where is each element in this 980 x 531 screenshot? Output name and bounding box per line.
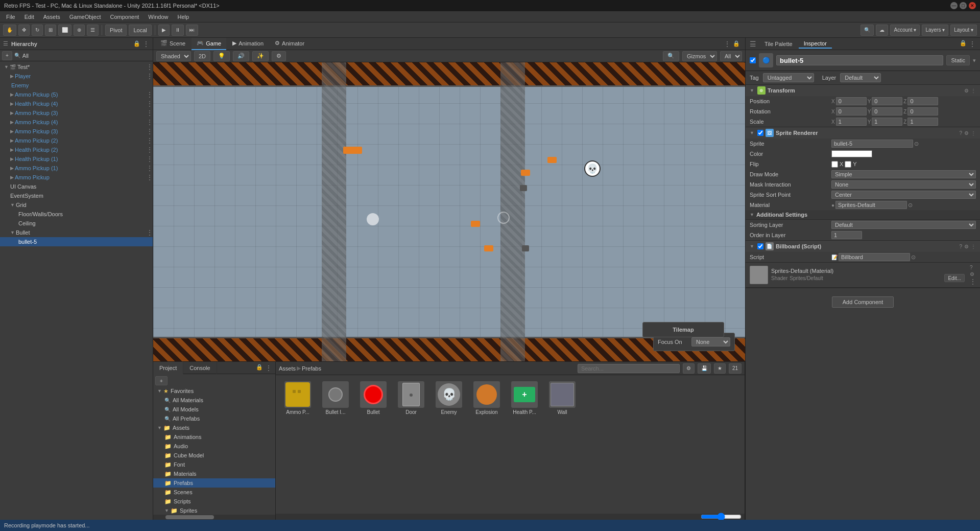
p-item-font[interactable]: 📁Font (153, 460, 275, 469)
hierarchy-content[interactable]: ▼ 🎬 Test* ⋮ ▶ Player ⋮ Enemy ▶Ammo Picku… (0, 61, 153, 520)
audio-button[interactable]: 🔊 (233, 51, 249, 61)
p-item-assets[interactable]: ▼ 📁 Assets (153, 423, 275, 432)
h-more-health2[interactable]: ⋮ (147, 147, 153, 153)
inspector-menu-icon[interactable]: ☰ (750, 40, 756, 48)
scale-z-input[interactable] (907, 118, 938, 126)
asset-health-pickup[interactable]: + Health P... (507, 379, 542, 417)
assets-size-slider[interactable] (701, 513, 742, 520)
hand-tool[interactable]: ✋ (3, 25, 16, 36)
light-button[interactable]: 💡 (213, 51, 230, 61)
sprite-renderer-settings-icon[interactable]: ⚙ (964, 130, 969, 136)
p-item-sprites[interactable]: ▼ 📁 Sprites (153, 506, 275, 515)
gizmos-dropdown[interactable]: Gizmos (682, 51, 717, 61)
h-item-eventsystem[interactable]: EventSystem (0, 191, 153, 200)
scene-settings-icon[interactable]: ⋮ (724, 40, 731, 48)
scale-y-input[interactable] (872, 118, 902, 126)
script-picker-icon[interactable]: ⊙ (911, 254, 916, 261)
2d-button[interactable]: 2D (194, 51, 210, 61)
p-item-all-models[interactable]: 🔍 All Models (153, 405, 275, 414)
menu-assets[interactable]: Assets (39, 13, 64, 21)
menu-component[interactable]: Component (106, 13, 143, 21)
h-more-ammo1[interactable]: ⋮ (147, 165, 153, 171)
h-item-floors[interactable]: Floor/Walls/Doors (0, 210, 153, 219)
account-button[interactable]: Account ▾ (890, 25, 920, 36)
sprite-renderer-header[interactable]: ▼ 🖼 Sprite Renderer ? ⚙ ⋮ (746, 127, 980, 138)
shader-edit-button[interactable]: Edit... (944, 274, 965, 282)
breadcrumb-assets[interactable]: Assets (279, 365, 296, 372)
menu-gameobject[interactable]: GameObject (65, 13, 105, 21)
billboard-header[interactable]: ▼ 📄 Billboard (Script) ? ⚙ ⋮ (746, 241, 980, 252)
tag-select[interactable]: Untagged (763, 73, 814, 82)
p-item-all-materials[interactable]: 🔍 All Materials (153, 396, 275, 405)
p-item-favorites[interactable]: ▼ ★ Favorites (153, 386, 275, 396)
h-more-ammo2[interactable]: ⋮ (147, 137, 153, 144)
billboard-settings-icon[interactable]: ⚙ (964, 244, 969, 249)
breadcrumb-prefabs[interactable]: Prefabs (302, 365, 321, 372)
transform-settings-icon[interactable]: ⚙ (964, 88, 969, 94)
move-tool[interactable]: ✥ (18, 25, 30, 36)
pos-x-input[interactable] (836, 97, 867, 105)
h-item-bullet5[interactable]: bullet-5 (0, 237, 153, 246)
h-more-ammo3b[interactable]: ⋮ (147, 110, 153, 116)
sprite-renderer-dots-icon[interactable]: ⋮ (971, 130, 976, 136)
assets-search-input[interactable] (578, 364, 680, 373)
menu-window[interactable]: Window (144, 13, 172, 21)
p-item-animations[interactable]: 📁Animations (153, 432, 275, 442)
material-input[interactable] (835, 201, 907, 209)
mask-interaction-select[interactable]: None (831, 180, 976, 189)
h-item-ammo4[interactable]: ▶Ammo Pickup (4)⋮ (0, 118, 153, 127)
play-button[interactable]: ▶ (158, 25, 170, 36)
h-more-health1b[interactable]: ⋮ (147, 156, 153, 162)
layout-button[interactable]: Layout ▾ (950, 25, 977, 36)
h-item-player[interactable]: ▶ Player ⋮ (0, 72, 153, 81)
tab-console[interactable]: Console (183, 362, 217, 374)
project-scrollbar[interactable] (153, 515, 275, 520)
close-button[interactable]: ✕ (969, 2, 976, 9)
scene-lock-icon[interactable]: 🔒 (733, 40, 740, 47)
static-button[interactable]: Static (946, 55, 970, 65)
rect-tool[interactable]: ⬜ (58, 25, 71, 36)
hierarchy-lock-icon[interactable]: 🔒 (133, 40, 140, 48)
h-more-ammo3[interactable]: ⋮ (147, 128, 153, 134)
scene-search-button[interactable]: 🔍 (663, 51, 679, 61)
menu-help[interactable]: Help (173, 13, 193, 21)
order-in-layer-input[interactable] (831, 231, 862, 239)
assets-star-button[interactable]: ★ (714, 363, 726, 374)
h-item-ammo2[interactable]: ▶Ammo Pickup (2)⋮ (0, 136, 153, 145)
h-item-ammo[interactable]: ▶Ammo Pickup⋮ (0, 173, 153, 182)
asset-ammo-pickup[interactable]: Ammo P... (280, 379, 316, 417)
material-help-icon[interactable]: ? (970, 265, 976, 270)
sprite-input[interactable] (831, 140, 913, 148)
search-button[interactable]: 🔍 (861, 25, 874, 36)
h-more-health4[interactable]: ⋮ (147, 101, 153, 107)
h-item-ammo1[interactable]: ▶Ammo Pickup (1)⋮ (0, 164, 153, 173)
p-item-all-prefabs[interactable]: 🔍 All Prefabs (153, 414, 275, 423)
pivot-button[interactable]: Pivot (105, 25, 127, 36)
p-item-scenes[interactable]: 📁Scenes (153, 488, 275, 497)
h-item-enemy[interactable]: Enemy (0, 81, 153, 90)
add-component-button[interactable]: Add Component (832, 296, 894, 308)
tilemap-focus-select[interactable]: None (691, 337, 730, 347)
assets-info-button[interactable]: 21 (729, 363, 742, 374)
asset-enemy[interactable]: 💀 Enemy (431, 379, 467, 417)
cloud-button[interactable]: ☁ (876, 25, 888, 36)
tab-inspector[interactable]: Inspector (799, 39, 832, 49)
object-name-input[interactable] (776, 55, 943, 65)
pos-z-input[interactable] (907, 97, 938, 105)
transform-tool[interactable]: ⊕ (74, 25, 85, 36)
transform-header[interactable]: ▼ ⊕ Transform ⚙ ⋮ (746, 85, 980, 96)
h-item-ammo5[interactable]: ▶Ammo Pickup (5)⋮ (0, 90, 153, 99)
pause-button[interactable]: ⏸ (172, 25, 184, 36)
scale-tool[interactable]: ⊞ (45, 25, 56, 36)
asset-door[interactable]: Door (393, 379, 429, 417)
tab-project[interactable]: Project (153, 362, 183, 374)
billboard-help-icon[interactable]: ? (959, 244, 962, 249)
p-item-scripts[interactable]: 📁Scripts (153, 497, 275, 506)
p-item-audio[interactable]: 📁Audio (153, 442, 275, 451)
minimize-button[interactable]: — (950, 2, 958, 9)
billboard-active[interactable] (757, 243, 763, 249)
project-lock-icon[interactable]: 🔒 (256, 364, 263, 372)
h-item-ammo3[interactable]: ▶Ammo Pickup (3)⋮ (0, 127, 153, 136)
script-input[interactable] (839, 253, 910, 261)
h-item-test[interactable]: ▼ 🎬 Test* ⋮ (0, 62, 153, 72)
